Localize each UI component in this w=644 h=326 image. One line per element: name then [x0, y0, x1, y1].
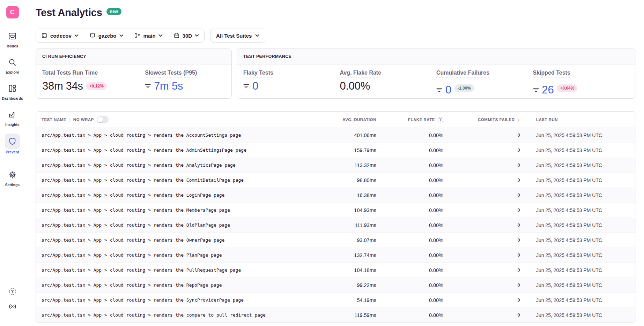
last-run-cell: Jun 25, 2025 4:59:53 PM UTC — [526, 203, 636, 218]
metric-value: 7m 5s — [154, 80, 183, 92]
test-name-cell[interactable]: src/App.test.tsx > App > cloud routing >… — [36, 188, 317, 203]
sidebar-item-settings[interactable]: Settings — [5, 168, 20, 187]
branch-filter-value: main — [143, 33, 156, 39]
table-header-row: TEST NAME | NO WRAP AVG. DURATION FLAKE — [36, 112, 636, 128]
commits-failed-cell: 0 — [449, 173, 526, 188]
metric-label[interactable]: Skipped Tests — [533, 70, 570, 76]
metric-label[interactable]: Slowest Tests (P95) — [145, 70, 197, 76]
skipped-tests-link[interactable]: 26 — [533, 84, 554, 96]
date-range-dropdown[interactable]: 30D — [168, 29, 205, 42]
help-button[interactable]: ? — [9, 288, 16, 295]
test-table-body: src/App.test.tsx > App > cloud routing >… — [36, 128, 636, 323]
shield-icon — [5, 134, 20, 149]
filter-bar: codecov gazebo — [36, 29, 636, 43]
metric-label[interactable]: Avg. Flake Rate — [340, 70, 382, 76]
table-row: src/App.test.tsx > App > cloud routing >… — [36, 308, 636, 323]
issues-icon — [5, 29, 20, 43]
flake-rate-cell: 0.00% — [382, 143, 449, 158]
test-name-cell[interactable]: src/App.test.tsx > App > cloud routing >… — [36, 248, 317, 263]
sidebar-item-prevent[interactable]: Prevent — [5, 134, 20, 154]
test-suites-dropdown[interactable]: All Test Suites — [210, 29, 265, 43]
table-row: src/App.test.tsx > App > cloud routing >… — [36, 128, 636, 143]
chevron-down-icon — [255, 34, 259, 37]
test-name-cell[interactable]: src/App.test.tsx > App > cloud routing >… — [36, 203, 317, 218]
sidebar-item-issues[interactable]: Issues — [5, 29, 20, 48]
broadcast-button[interactable] — [8, 303, 17, 310]
test-name-cell[interactable]: src/App.test.tsx > App > cloud routing >… — [36, 278, 317, 293]
flake-rate-cell: 0.00% — [382, 188, 449, 203]
repo-filter-dropdown[interactable]: gazebo — [84, 29, 129, 42]
test-name-cell[interactable]: src/App.test.tsx > App > cloud routing >… — [36, 128, 317, 143]
ci-run-efficiency-panel: CI RUN EFFICIENCY Total Tests Run Time 3… — [36, 48, 232, 99]
filter-group: codecov gazebo — [36, 29, 205, 43]
test-name-cell[interactable]: src/App.test.tsx > App > cloud routing >… — [36, 158, 317, 173]
test-name-cell[interactable]: src/App.test.tsx > App > cloud routing >… — [36, 173, 317, 188]
sidebar-item-explore[interactable]: Explore — [5, 55, 20, 74]
commits-failed-cell: 0 — [449, 218, 526, 233]
table-row: src/App.test.tsx > App > cloud routing >… — [36, 173, 636, 188]
sidebar-item-insights[interactable]: Insights — [5, 107, 20, 127]
last-run-cell: Jun 25, 2025 4:59:53 PM UTC — [526, 128, 636, 143]
test-name-header-label: TEST NAME — [42, 117, 66, 122]
flake-rate-cell: 0.00% — [382, 173, 449, 188]
metric-label[interactable]: Flaky Tests — [243, 70, 273, 76]
org-filter-dropdown[interactable]: codecov — [36, 29, 84, 42]
last-run-cell: Jun 25, 2025 4:59:53 PM UTC — [526, 248, 636, 263]
avg-duration-cell: 104.18ms — [317, 263, 382, 278]
table-row: src/App.test.tsx > App > cloud routing >… — [36, 248, 636, 263]
flake-rate-header-label: FLAKE RATE — [408, 117, 435, 122]
change-badge: +0.04% — [557, 84, 577, 92]
avg-duration-cell: 119.59ms — [317, 308, 382, 323]
flake-rate-info-icon[interactable]: ? — [438, 117, 443, 122]
test-name-header: TEST NAME | NO WRAP — [36, 112, 317, 128]
commits-failed-cell: 0 — [449, 203, 526, 218]
metric-label[interactable]: Total Tests Run Time — [42, 70, 98, 76]
chevron-down-icon — [158, 34, 163, 37]
gear-icon — [5, 168, 20, 182]
commits-failed-cell: 0 — [449, 188, 526, 203]
calendar-icon — [173, 32, 180, 39]
commits-failed-cell: 0 — [449, 248, 526, 263]
commits-failed-cell: 0 — [449, 143, 526, 158]
flake-rate-cell: 0.00% — [382, 278, 449, 293]
sidebar-item-label: Issues — [7, 44, 18, 48]
branch-filter-dropdown[interactable]: main — [129, 29, 168, 42]
metric-value: 0.00% — [340, 80, 370, 92]
test-name-cell[interactable]: src/App.test.tsx > App > cloud routing >… — [36, 263, 317, 278]
cumulative-failures-link[interactable]: 0 — [436, 84, 451, 96]
last-run-header[interactable]: LAST RUN — [526, 112, 636, 128]
metric-label[interactable]: Cumulative Failures — [436, 70, 489, 76]
last-run-cell: Jun 25, 2025 4:59:53 PM UTC — [526, 158, 636, 173]
page-title: Test Analytics — [36, 7, 102, 18]
repo-filter-value: gazebo — [98, 33, 117, 39]
no-wrap-toggle[interactable] — [97, 116, 109, 123]
flaky-tests-link[interactable]: 0 — [243, 80, 340, 92]
test-name-cell[interactable]: src/App.test.tsx > App > cloud routing >… — [36, 233, 317, 248]
sidebar-item-dashboards[interactable]: Dashboards — [2, 81, 23, 100]
metric-slowest-tests: Slowest Tests (P95) 7m 5s — [145, 70, 225, 92]
metric-avg-flake-rate: Avg. Flake Rate 0.00% — [340, 70, 437, 96]
sidebar-item-label: Explore — [6, 70, 19, 74]
change-badge: -1.00% — [454, 84, 474, 92]
flake-rate-header[interactable]: FLAKE RATE ? — [382, 112, 449, 128]
flake-rate-cell: 0.00% — [382, 128, 449, 143]
app-root: C Issues — [0, 0, 644, 326]
test-name-cell[interactable]: src/App.test.tsx > App > cloud routing >… — [36, 218, 317, 233]
commits-failed-header[interactable]: COMMITS FAILED ↓ — [449, 112, 526, 128]
last-run-cell: Jun 25, 2025 4:59:53 PM UTC — [526, 263, 636, 278]
metric-value: 0 — [252, 80, 258, 92]
search-icon — [5, 55, 20, 69]
test-name-cell[interactable]: src/App.test.tsx > App > cloud routing >… — [36, 293, 317, 308]
tests-table: TEST NAME | NO WRAP AVG. DURATION FLAKE — [36, 111, 636, 323]
last-run-cell: Jun 25, 2025 4:59:53 PM UTC — [526, 218, 636, 233]
metric-value: 0 — [445, 84, 451, 96]
table-row: src/App.test.tsx > App > cloud routing >… — [36, 278, 636, 293]
test-name-cell[interactable]: src/App.test.tsx > App > cloud routing >… — [36, 143, 317, 158]
avg-duration-cell: 16.38ms — [317, 188, 382, 203]
repo-device-icon — [89, 32, 96, 39]
slowest-tests-link[interactable]: 7m 5s — [145, 80, 225, 92]
avg-duration-header[interactable]: AVG. DURATION — [317, 112, 382, 128]
panel-title: TEST PERFORMANCE — [237, 48, 636, 65]
test-name-cell[interactable]: src/App.test.tsx > App > cloud routing >… — [36, 308, 317, 323]
codecov-logo[interactable]: C — [6, 6, 19, 18]
